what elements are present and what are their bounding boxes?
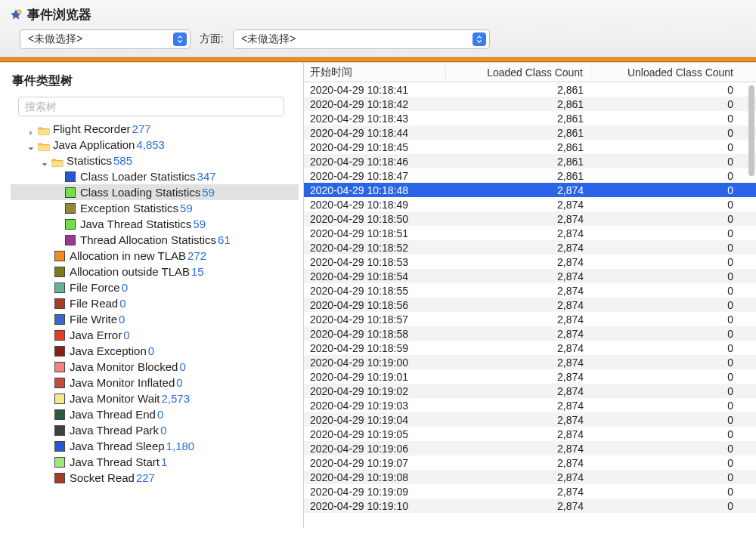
tree-search-input[interactable] xyxy=(18,97,284,116)
table-row[interactable]: 2020-04-29 10:18:572,8740 xyxy=(304,312,756,326)
tree-node[interactable]: Java Monitor Blocked 0 xyxy=(11,359,299,375)
tree-node[interactable]: Statistics 585 xyxy=(11,153,299,168)
table-row[interactable]: 2020-04-29 10:19:092,8740 xyxy=(304,484,756,499)
node-label: File Write xyxy=(70,311,117,328)
col-unloaded-count[interactable]: Unloaded Class Count xyxy=(591,66,756,79)
cell-loaded: 2,874 xyxy=(446,199,591,211)
table-row[interactable]: 2020-04-29 10:18:582,8740 xyxy=(304,326,756,341)
table-row[interactable]: 2020-04-29 10:18:502,8740 xyxy=(304,211,756,226)
cell-loaded: 2,861 xyxy=(446,170,591,182)
cell-loaded: 2,861 xyxy=(446,141,591,153)
tree-node[interactable]: Java Exception 0 xyxy=(11,343,299,359)
cell-loaded: 2,874 xyxy=(446,328,591,340)
cell-loaded: 2,874 xyxy=(446,443,591,455)
table-row[interactable]: 2020-04-29 10:19:002,8740 xyxy=(304,355,756,369)
table-row[interactable]: 2020-04-29 10:19:082,8740 xyxy=(304,470,756,484)
tree-node[interactable]: Flight Recorder 277 xyxy=(11,121,299,137)
tree-node[interactable]: Thread Allocation Statistics 61 xyxy=(11,232,299,248)
table-row[interactable]: 2020-04-29 10:18:542,8740 xyxy=(304,269,756,283)
tree-node[interactable]: File Force 0 xyxy=(11,279,299,295)
table-row[interactable]: 2020-04-29 10:18:442,8610 xyxy=(304,125,756,140)
color-swatch xyxy=(65,187,76,198)
table-row[interactable]: 2020-04-29 10:18:512,8740 xyxy=(304,226,756,240)
cell-loaded: 2,874 xyxy=(446,414,591,426)
cell-loaded: 2,874 xyxy=(446,213,591,225)
table-row[interactable]: 2020-04-29 10:18:592,8740 xyxy=(304,341,756,355)
table-row[interactable]: 2020-04-29 10:18:452,8610 xyxy=(304,140,756,154)
toolbar: <未做选择> 方面: <未做选择> xyxy=(8,29,748,49)
tree-node[interactable]: Java Thread Sleep 1,180 xyxy=(11,438,299,454)
table-row[interactable]: 2020-04-29 10:18:482,8740 xyxy=(304,183,756,197)
col-loaded-count[interactable]: Loaded Class Count xyxy=(446,66,591,79)
table-row[interactable]: 2020-04-29 10:18:552,8740 xyxy=(304,283,756,298)
table-row[interactable]: 2020-04-29 10:19:032,8740 xyxy=(304,398,756,412)
cell-unloaded: 0 xyxy=(591,285,756,297)
vertical-scrollbar[interactable] xyxy=(748,85,754,176)
node-label: Exception Statistics xyxy=(80,200,178,217)
table-row[interactable]: 2020-04-29 10:18:492,8740 xyxy=(304,197,756,211)
event-type-tree[interactable]: Flight Recorder 277Java Application 4,85… xyxy=(11,121,299,486)
aspect-dropdown-value: <未做选择> xyxy=(241,32,296,46)
cell-loaded: 2,874 xyxy=(446,313,591,326)
table-row[interactable]: 2020-04-29 10:18:432,8610 xyxy=(304,111,756,125)
tree-node[interactable]: File Read 0 xyxy=(11,295,299,311)
dropdown-arrow-icon xyxy=(173,32,187,46)
tree-node[interactable]: Java Error 0 xyxy=(11,327,299,343)
color-swatch xyxy=(54,330,65,341)
table-row[interactable]: 2020-04-29 10:18:462,8610 xyxy=(304,154,756,168)
tree-panel: 事件类型树 Flight Recorder 277Java Applicatio… xyxy=(0,63,304,528)
tree-node[interactable]: Java Monitor Inflated 0 xyxy=(11,375,299,390)
disclosure-icon[interactable] xyxy=(41,156,50,165)
node-label: Java Thread Park xyxy=(70,422,159,439)
cell-loaded: 2,874 xyxy=(446,184,591,196)
disclosure-icon[interactable] xyxy=(27,140,36,150)
table-header[interactable]: 开始时间 Loaded Class Count Unloaded Class C… xyxy=(304,63,756,82)
tree-node[interactable]: Allocation outside TLAB 15 xyxy=(11,264,299,279)
cell-unloaded: 0 xyxy=(591,357,756,369)
tree-node[interactable]: Class Loader Statistics 347 xyxy=(11,168,299,184)
table-row[interactable]: 2020-04-29 10:19:052,8740 xyxy=(304,427,756,441)
tree-node[interactable]: Java Application 4,853 xyxy=(11,137,299,153)
tree-node[interactable]: Java Thread End 0 xyxy=(11,406,299,422)
tree-node[interactable]: Java Thread Park 0 xyxy=(11,422,299,438)
tree-node[interactable]: Socket Read 227 xyxy=(11,470,299,486)
tree-node[interactable]: Class Loading Statistics 59 xyxy=(11,184,299,200)
node-label: Allocation outside TLAB xyxy=(70,264,190,280)
node-label: Java Thread Statistics xyxy=(80,216,191,233)
aspect-dropdown[interactable]: <未做选择> xyxy=(233,29,490,49)
node-count: 0 xyxy=(157,406,163,423)
node-count: 2,573 xyxy=(161,390,190,407)
cell-unloaded: 0 xyxy=(591,213,756,225)
node-label: File Read xyxy=(70,295,118,312)
cell-unloaded: 0 xyxy=(591,500,756,512)
cell-unloaded: 0 xyxy=(591,313,756,326)
cell-time: 2020-04-29 10:18:44 xyxy=(304,127,446,139)
tree-node[interactable]: Java Thread Start 1 xyxy=(11,454,299,470)
col-start-time[interactable]: 开始时间 xyxy=(304,66,446,79)
event-table-panel: 开始时间 Loaded Class Count Unloaded Class C… xyxy=(304,63,756,528)
table-row[interactable]: 2020-04-29 10:18:532,8740 xyxy=(304,255,756,269)
table-row[interactable]: 2020-04-29 10:18:562,8740 xyxy=(304,298,756,312)
node-label: Java Monitor Wait xyxy=(70,390,160,407)
tree-node[interactable]: File Write 0 xyxy=(11,311,299,327)
table-row[interactable]: 2020-04-29 10:19:102,8740 xyxy=(304,499,756,513)
event-browser-icon xyxy=(9,8,23,22)
table-row[interactable]: 2020-04-29 10:19:062,8740 xyxy=(304,441,756,455)
table-body[interactable]: 2020-04-29 10:18:412,86102020-04-29 10:1… xyxy=(304,82,756,528)
table-row[interactable]: 2020-04-29 10:19:012,8740 xyxy=(304,369,756,384)
tree-node[interactable]: Exception Statistics 59 xyxy=(11,200,299,216)
color-swatch xyxy=(54,441,65,452)
table-row[interactable]: 2020-04-29 10:18:522,8740 xyxy=(304,240,756,255)
node-label: File Force xyxy=(70,279,120,296)
tree-node[interactable]: Java Thread Statistics 59 xyxy=(11,216,299,232)
tree-node[interactable]: Allocation in new TLAB 272 xyxy=(11,248,299,264)
table-row[interactable]: 2020-04-29 10:19:072,8740 xyxy=(304,455,756,470)
tree-node[interactable]: Java Monitor Wait 2,573 xyxy=(11,390,299,406)
table-row[interactable]: 2020-04-29 10:18:472,8610 xyxy=(304,168,756,183)
selection-dropdown-1[interactable]: <未做选择> xyxy=(20,29,191,49)
table-row[interactable]: 2020-04-29 10:18:412,8610 xyxy=(304,82,756,97)
table-row[interactable]: 2020-04-29 10:18:422,8610 xyxy=(304,97,756,111)
table-row[interactable]: 2020-04-29 10:19:042,8740 xyxy=(304,412,756,427)
disclosure-icon[interactable] xyxy=(27,125,36,134)
table-row[interactable]: 2020-04-29 10:19:022,8740 xyxy=(304,384,756,398)
